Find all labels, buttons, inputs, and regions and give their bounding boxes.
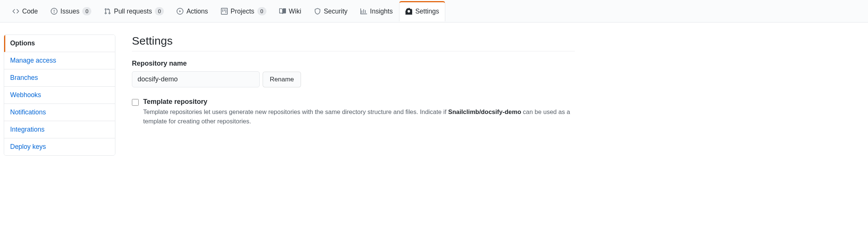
sidebar-item-label: Options	[10, 39, 35, 47]
settings-menu: Options Manage access Branches Webhooks …	[4, 34, 115, 156]
tab-label: Code	[22, 6, 38, 16]
tab-issues[interactable]: Issues 0	[44, 1, 98, 21]
sidebar-item-label: Notifications	[10, 108, 46, 116]
sidebar-item-notifications[interactable]: Notifications	[4, 104, 115, 121]
tab-label: Issues	[60, 6, 80, 16]
sidebar-item-options[interactable]: Options	[4, 35, 115, 52]
sidebar-item-label: Webhooks	[10, 91, 41, 99]
tab-pull-requests[interactable]: Pull requests 0	[98, 1, 170, 21]
tab-wiki[interactable]: Wiki	[273, 1, 308, 21]
issues-count: 0	[82, 7, 91, 15]
issue-icon	[51, 8, 57, 15]
tab-insights[interactable]: Insights	[354, 1, 399, 21]
book-icon	[279, 8, 286, 15]
settings-container: Options Manage access Branches Webhooks …	[0, 22, 579, 168]
tab-projects[interactable]: Projects 0	[215, 1, 273, 21]
tab-label: Actions	[186, 6, 208, 16]
tab-label: Insights	[370, 6, 393, 16]
sidebar-item-label: Branches	[10, 74, 38, 81]
sidebar-item-deploy-keys[interactable]: Deploy keys	[4, 138, 115, 155]
tab-label: Wiki	[289, 6, 301, 16]
template-repo-body: Template repository Template repositorie…	[143, 98, 575, 126]
template-repo-checkbox[interactable]	[132, 99, 139, 106]
repo-full-name: Snailclimb/docsify-demo	[448, 108, 521, 115]
desc-text-before: Template repositories let users generate…	[143, 108, 448, 115]
tab-label: Security	[324, 6, 348, 16]
sidebar-item-branches[interactable]: Branches	[4, 69, 115, 87]
sidebar-item-manage-access[interactable]: Manage access	[4, 52, 115, 69]
projects-count: 0	[257, 7, 266, 15]
tab-settings[interactable]: Settings	[399, 1, 445, 21]
sidebar-item-label: Deploy keys	[10, 143, 46, 150]
rename-button[interactable]: Rename	[263, 72, 301, 87]
template-repo-desc: Template repositories let users generate…	[143, 107, 575, 126]
repo-name-input[interactable]	[132, 71, 260, 87]
play-icon	[177, 8, 183, 15]
template-repo-row: Template repository Template repositorie…	[132, 98, 575, 126]
shield-icon	[314, 8, 321, 15]
tab-security[interactable]: Security	[308, 1, 354, 21]
template-repo-title: Template repository	[143, 98, 575, 106]
sidebar-item-webhooks[interactable]: Webhooks	[4, 87, 115, 104]
sidebar-item-label: Manage access	[10, 57, 56, 64]
sidebar-item-label: Integrations	[10, 126, 44, 133]
graph-icon	[360, 8, 367, 15]
tab-label: Settings	[415, 6, 439, 16]
tab-label: Projects	[231, 6, 254, 16]
repo-tabnav: Code Issues 0 Pull requests 0 Actions Pr…	[0, 0, 868, 22]
settings-main: Settings Repository name Rename Template…	[132, 34, 575, 156]
page-title: Settings	[132, 34, 575, 51]
tab-label: Pull requests	[114, 6, 152, 16]
repo-name-label: Repository name	[132, 60, 575, 68]
sidebar-item-integrations[interactable]: Integrations	[4, 121, 115, 138]
tab-actions[interactable]: Actions	[170, 1, 214, 21]
gear-icon	[405, 8, 412, 15]
tab-code[interactable]: Code	[6, 1, 44, 21]
git-pull-request-icon	[104, 8, 111, 15]
code-icon	[12, 8, 19, 15]
pulls-count: 0	[155, 7, 164, 15]
settings-sidebar: Options Manage access Branches Webhooks …	[4, 34, 115, 156]
repo-name-row: Rename	[132, 71, 575, 87]
project-icon	[221, 8, 228, 15]
